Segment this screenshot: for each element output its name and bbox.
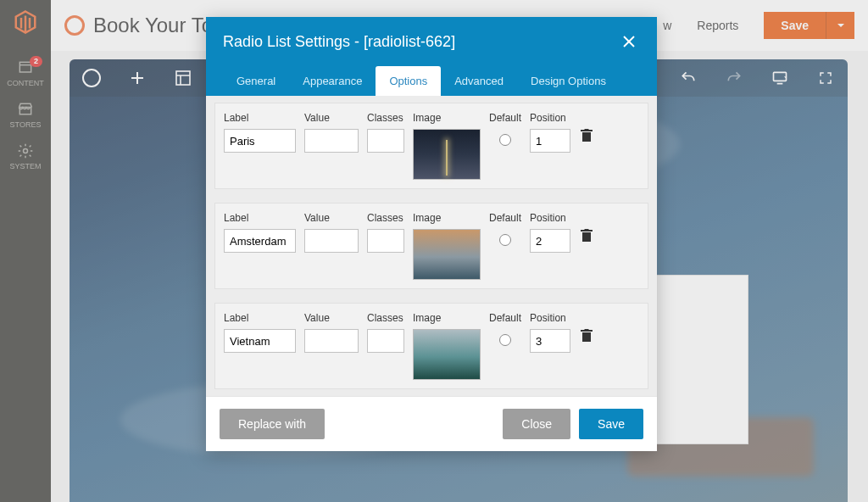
option-row: Label Value Classes Image Default Positi… [214, 203, 648, 289]
col-position: Position [530, 112, 570, 124]
col-value: Value [304, 112, 359, 124]
delete-option-button[interactable] [579, 212, 594, 243]
option-classes-input[interactable] [367, 229, 404, 253]
tab-options[interactable]: Options [376, 66, 441, 96]
svg-rect-16 [582, 232, 591, 242]
col-label: Label [224, 312, 296, 324]
col-label: Label [224, 112, 296, 124]
modal-body: Label Value Classes Image Default Positi… [206, 96, 657, 396]
col-value: Value [304, 212, 359, 224]
col-image: Image [413, 312, 481, 324]
option-default-radio[interactable] [499, 334, 511, 346]
delete-option-button[interactable] [579, 312, 594, 343]
svg-rect-19 [582, 332, 591, 342]
option-row: Label Value Classes Image Default Positi… [214, 103, 648, 189]
delete-option-button[interactable] [579, 112, 594, 142]
svg-rect-15 [585, 129, 589, 131]
col-classes: Classes [367, 112, 404, 124]
col-image: Image [413, 112, 481, 124]
tab-advanced[interactable]: Advanced [441, 66, 517, 96]
option-position-input[interactable] [530, 229, 570, 253]
modal-title: Radio List Settings - [radiolist-662] [223, 33, 618, 51]
close-button[interactable]: Close [503, 409, 570, 439]
radio-list-settings-modal: Radio List Settings - [radiolist-662] Ge… [206, 17, 657, 451]
col-label: Label [224, 212, 296, 224]
col-default: Default [489, 312, 521, 324]
replace-with-button[interactable]: Replace with [220, 409, 325, 439]
option-image-thumb[interactable] [413, 329, 481, 380]
option-image-thumb[interactable] [413, 129, 481, 180]
option-image-thumb[interactable] [413, 229, 481, 280]
option-row: Label Value Classes Image Default Positi… [214, 303, 648, 389]
tab-general[interactable]: General [223, 66, 289, 96]
col-position: Position [530, 212, 570, 224]
option-label-input[interactable] [224, 329, 296, 353]
option-position-input[interactable] [530, 129, 570, 153]
option-label-input[interactable] [224, 229, 296, 253]
col-value: Value [304, 312, 359, 324]
col-classes: Classes [367, 312, 404, 324]
tab-design-options[interactable]: Design Options [517, 66, 620, 96]
col-classes: Classes [367, 212, 404, 224]
col-image: Image [413, 212, 481, 224]
modal-close-button[interactable] [618, 31, 640, 53]
col-default: Default [489, 212, 521, 224]
option-value-input[interactable] [304, 229, 359, 253]
option-classes-input[interactable] [367, 129, 404, 153]
modal-tabs: General Appearance Options Advanced Desi… [223, 66, 640, 96]
option-classes-input[interactable] [367, 329, 404, 353]
modal-footer: Replace with Close Save [206, 396, 657, 451]
option-value-input[interactable] [304, 129, 359, 153]
option-position-input[interactable] [530, 329, 570, 353]
option-value-input[interactable] [304, 329, 359, 353]
modal-save-button[interactable]: Save [579, 409, 643, 439]
col-default: Default [489, 112, 521, 124]
tab-appearance[interactable]: Appearance [289, 66, 376, 96]
modal-header: Radio List Settings - [radiolist-662] Ge… [206, 17, 657, 96]
svg-rect-18 [585, 229, 589, 231]
option-default-radio[interactable] [499, 234, 511, 246]
col-position: Position [530, 312, 570, 324]
option-label-input[interactable] [224, 129, 296, 153]
option-default-radio[interactable] [499, 134, 511, 146]
svg-rect-13 [582, 132, 591, 142]
svg-rect-21 [585, 329, 589, 331]
